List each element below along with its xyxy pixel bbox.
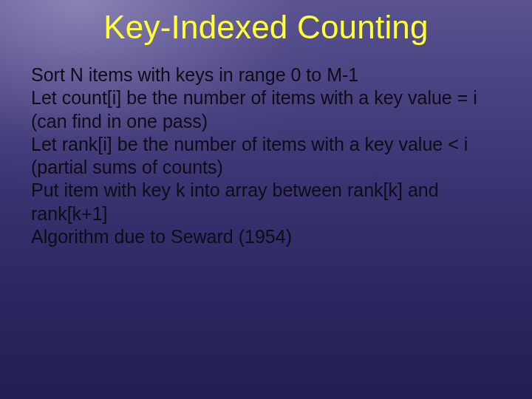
slide-body: Sort N items with keys in range 0 to M-1… bbox=[31, 64, 501, 248]
body-line: Let count[i] be the number of items with… bbox=[31, 86, 501, 133]
body-line: Let rank[i] be the number of items with … bbox=[31, 133, 501, 180]
body-line: Algorithm due to Seward (1954) bbox=[31, 225, 501, 248]
body-line: Put item with key k into array between r… bbox=[31, 179, 501, 225]
slide: Key-Indexed Counting Sort N items with k… bbox=[0, 0, 532, 399]
slide-title: Key-Indexed Counting bbox=[0, 9, 532, 46]
body-line: Sort N items with keys in range 0 to M-1 bbox=[31, 64, 501, 86]
